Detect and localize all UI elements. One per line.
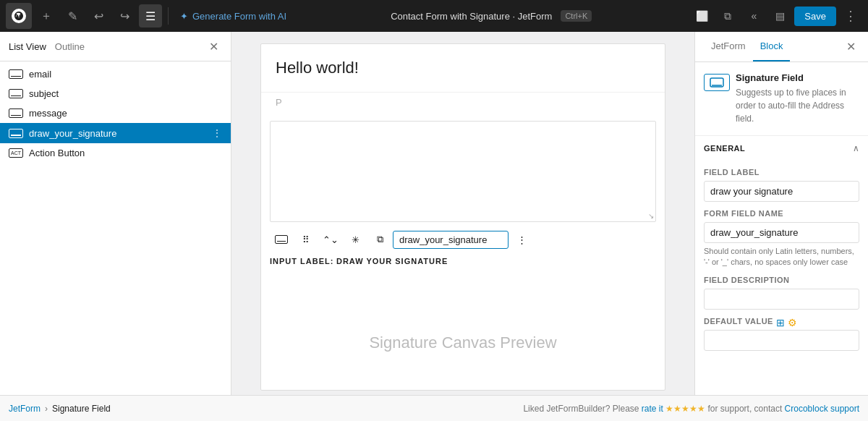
default-value-input[interactable] — [704, 330, 859, 351]
view-button[interactable]: ⧉ — [716, 4, 739, 27]
list-view-button[interactable]: ☰ — [139, 4, 162, 27]
field-label-label: FIELD LABEL — [704, 168, 859, 177]
sig-toolbar-move-up-down[interactable]: ⌃⌄ — [319, 228, 342, 251]
sig-toolbar-drag-handle[interactable]: ⠿ — [294, 228, 318, 251]
tab-jetform[interactable]: JetForm — [704, 32, 753, 61]
right-panel: JetForm Block ✕ Signature Field Suggests… — [694, 32, 868, 395]
panel-close-button[interactable]: ✕ — [842, 38, 859, 56]
field-description-label: FIELD DESCRIPTION — [704, 276, 859, 284]
sidebar-item-label: draw_your_signature — [29, 128, 206, 139]
bottombar: JetForm › Signature Field Liked JetFormB… — [0, 395, 868, 421]
sig-input-label: INPUT LABEL: DRAW YOUR SIGNATURE — [270, 257, 656, 265]
sidebar-item-message[interactable]: message — [0, 103, 231, 123]
undo-button[interactable]: ↩ — [87, 4, 110, 27]
bottombar-right: Liked JetFormBuilder? Please rate it ★★★… — [523, 404, 859, 414]
signature-canvas-preview: Signature Canvas Preview — [261, 274, 665, 395]
sidebar-item-action-button[interactable]: ACT Action Button — [0, 143, 231, 163]
support-link[interactable]: Crocoblock support — [785, 404, 859, 414]
right-panel-header: JetForm Block ✕ — [695, 32, 868, 62]
sig-field-text: Signature Field Suggests up to five plac… — [736, 72, 859, 125]
collapse-button[interactable]: « — [742, 4, 765, 27]
sig-field-desc: Suggests up to five places in order to a… — [736, 86, 859, 125]
field-group-general: FIELD LABEL FORM FIELD NAME Should conta… — [695, 161, 868, 358]
section-chevron-icon: ∧ — [853, 143, 859, 153]
topbar-center: Contact Form with Signature · JetForm Ct… — [295, 10, 687, 22]
topbar-right: ⬜ ⧉ « ▤ Save ⋮ — [690, 4, 862, 27]
sig-field-info: Signature Field Suggests up to five plac… — [695, 62, 868, 136]
add-block-button[interactable]: ＋ — [35, 4, 58, 27]
sig-toolbar-field-icon[interactable] — [270, 228, 293, 251]
tab-outline[interactable]: Outline — [55, 38, 85, 55]
topbar-divider — [168, 7, 169, 25]
save-button[interactable]: Save — [794, 7, 836, 26]
wp-logo[interactable] — [6, 3, 32, 29]
sidebar-toggle-button[interactable]: ▤ — [768, 4, 791, 27]
sidebar-item-draw-your-signature[interactable]: draw_your_signature ⋮ — [0, 123, 231, 143]
form-field-name-hint: Should contain only Latin letters, numbe… — [704, 246, 859, 268]
field-icon — [9, 89, 23, 98]
sig-toolbar-asterisk[interactable]: ✳ — [344, 228, 367, 251]
liked-text: Liked JetFormBuilder? Please — [523, 404, 639, 414]
signature-toolbar: ⠿ ⌃⌄ ✳ ⧉ ⋮ — [270, 228, 656, 251]
generate-form-button[interactable]: ✦ Generate Form with AI — [174, 8, 292, 25]
rate-link[interactable]: rate it ★★★★★ — [642, 404, 708, 414]
sig-toolbar-name-input[interactable] — [393, 231, 509, 249]
tab-block[interactable]: Block — [753, 32, 791, 61]
breadcrumb: JetForm › Signature Field — [9, 404, 111, 414]
sig-field-block-icon — [704, 74, 730, 91]
doc-title: Contact Form with Signature · JetForm — [391, 11, 552, 22]
field-label-input[interactable] — [704, 181, 859, 202]
redo-button[interactable]: ↪ — [113, 4, 136, 27]
sidebar-header: List View Outline ✕ — [0, 32, 231, 61]
sidebar: List View Outline ✕ email subject messag… — [0, 32, 231, 395]
star-rating: ★★★★★ — [665, 404, 705, 414]
form-field-name-input[interactable] — [704, 222, 859, 243]
breadcrumb-separator: › — [45, 404, 48, 414]
sig-toolbar-more[interactable]: ⋮ — [510, 228, 533, 251]
sig-field-title: Signature Field — [736, 72, 859, 83]
general-section-header[interactable]: General ∧ — [695, 136, 868, 161]
form-field-name-label: FORM FIELD NAME — [704, 209, 859, 218]
default-value-db-icon[interactable]: ⊞ — [776, 317, 785, 328]
signature-field-icon — [9, 129, 23, 138]
field-icon — [9, 69, 23, 79]
sidebar-item-label: message — [29, 108, 222, 119]
signature-block: ↘ ⠿ ⌃⌄ ✳ ⧉ ⋮ INPUT LABEL: DRAW YOUR SIGN… — [261, 112, 665, 274]
tools-button[interactable]: ✎ — [61, 4, 84, 27]
field-icon — [9, 109, 23, 118]
hello-world-text: Hello world! — [261, 44, 665, 93]
general-section-label: General — [704, 144, 745, 153]
topbar: ＋ ✎ ↩ ↪ ☰ ✦ Generate Form with AI Contac… — [0, 0, 868, 32]
canvas-area: Hello world! P ↘ ⠿ ⌃⌄ ✳ ⧉ ⋮ — [231, 32, 694, 395]
shortcut-badge: Ctrl+K — [561, 10, 592, 22]
action-icon: ACT — [9, 148, 23, 158]
preview-button[interactable]: ⬜ — [690, 4, 713, 27]
tab-list-view[interactable]: List View — [9, 38, 46, 55]
field-type-icon — [275, 235, 288, 244]
sidebar-item-label: Action Button — [29, 148, 222, 158]
breadcrumb-child: Signature Field — [52, 404, 111, 414]
sidebar-items-list: email subject message draw_your_signatur… — [0, 61, 231, 395]
sidebar-close-button[interactable]: ✕ — [205, 38, 222, 55]
default-value-row: DEFAULT VALUE ⊞ ⚙ — [704, 310, 859, 330]
sparkle-icon: ✦ — [180, 11, 188, 22]
sidebar-item-label: subject — [29, 88, 222, 99]
resize-handle[interactable]: ↘ — [648, 212, 654, 220]
default-value-edit-icon[interactable]: ⚙ — [788, 317, 797, 328]
p-placeholder: P — [261, 93, 665, 112]
contact-text: for support, contact — [708, 404, 783, 414]
main-area: List View Outline ✕ email subject messag… — [0, 32, 868, 395]
default-value-label: DEFAULT VALUE — [704, 317, 773, 326]
sidebar-item-menu-icon[interactable]: ⋮ — [212, 127, 222, 139]
editor-area: Hello world! P ↘ ⠿ ⌃⌄ ✳ ⧉ ⋮ — [260, 43, 665, 391]
signature-draw-area[interactable]: ↘ — [270, 121, 656, 222]
sidebar-item-label: email — [29, 69, 222, 80]
sidebar-item-subject[interactable]: subject — [0, 84, 231, 103]
more-options-button[interactable]: ⋮ — [839, 4, 862, 27]
sidebar-item-email[interactable]: email — [0, 64, 231, 84]
field-description-input[interactable] — [704, 289, 859, 310]
sig-toolbar-copy[interactable]: ⧉ — [368, 228, 391, 251]
breadcrumb-parent[interactable]: JetForm — [9, 404, 41, 414]
